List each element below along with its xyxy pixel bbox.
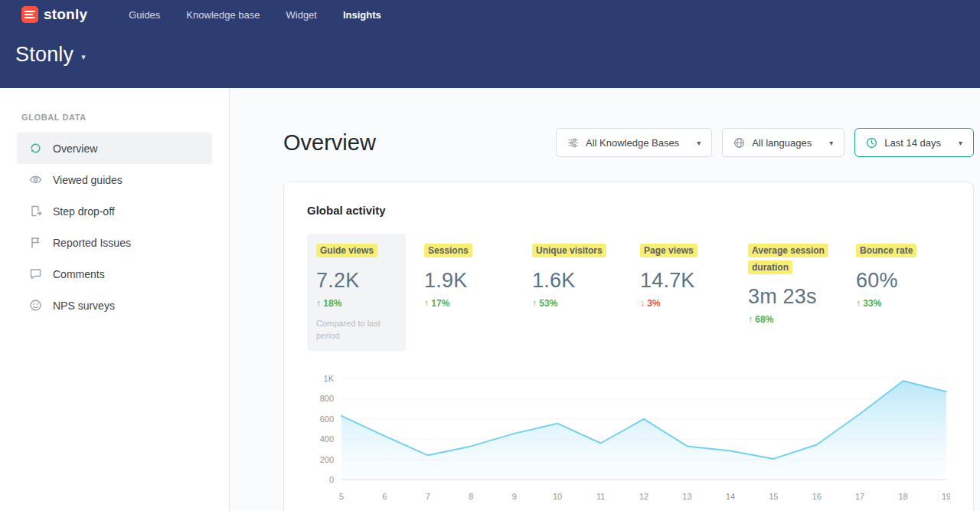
stat-note: Compared to last period	[316, 318, 397, 342]
stonly-logo-text: stonly	[44, 6, 87, 23]
step-dropoff-icon	[29, 205, 42, 218]
stat-label: Average session duration	[748, 244, 828, 274]
trend-arrow-icon: ↑	[532, 298, 537, 309]
date-range-filter-dropdown[interactable]: Last 14 days ▾	[854, 128, 974, 157]
stat-value: 3m 23s	[748, 285, 828, 309]
activity-area-chart: 02004006008001K5678910111213141516171819	[307, 371, 950, 509]
workspace-row: Stonly ▾	[0, 29, 980, 67]
stonly-logo-icon	[21, 6, 38, 23]
svg-text:18: 18	[898, 492, 907, 501]
svg-text:17: 17	[855, 492, 864, 501]
workspace-dropdown-caret[interactable]: ▾	[81, 47, 86, 62]
stat-change: ↓ 3%	[640, 298, 720, 309]
globe-icon	[733, 137, 745, 149]
svg-text:14: 14	[726, 492, 735, 501]
date-range-filter-value: Last 14 days	[884, 137, 941, 149]
sidebar-item-label: NPS surveys	[53, 300, 115, 312]
filter-icon	[567, 137, 579, 149]
stat-value: 60%	[856, 269, 936, 293]
sidebar-item-overview[interactable]: Overview	[17, 133, 212, 164]
chevron-down-icon: ▾	[829, 139, 833, 147]
eye-icon	[29, 173, 42, 186]
language-filter-dropdown[interactable]: All languages ▾	[722, 128, 844, 157]
smiley-icon	[29, 299, 42, 312]
sidebar-item-label: Reported Issues	[53, 237, 131, 249]
knowledge-base-filter-dropdown[interactable]: All Knowledge Bases ▾	[556, 128, 712, 157]
nav-item-widget[interactable]: Widget	[286, 9, 317, 21]
sidebar-item-viewed-guides[interactable]: Viewed guides	[17, 164, 212, 195]
primary-nav-row: stonly Guides Knowledge base Widget Insi…	[0, 0, 980, 29]
sidebar: GLOBAL DATA Overview Viewed guides Step …	[0, 88, 230, 511]
stonly-logo[interactable]: stonly	[21, 6, 87, 23]
stat-label: Page views	[640, 244, 697, 257]
svg-text:1K: 1K	[324, 374, 335, 383]
svg-text:8: 8	[469, 492, 473, 501]
trend-arrow-icon: ↑	[316, 298, 321, 309]
stat-label: Unique visitors	[532, 244, 606, 257]
main-nav: Guides Knowledge base Widget Insights	[129, 9, 381, 21]
sidebar-item-step-drop-off[interactable]: Step drop-off	[17, 195, 212, 227]
chevron-down-icon: ▾	[959, 139, 962, 147]
stat-sessions[interactable]: Sessions 1.9K ↑ 17%	[415, 234, 514, 351]
stat-change: ↑ 17%	[424, 298, 505, 309]
stat-label: Bounce rate	[856, 244, 916, 257]
stat-change: ↑ 53%	[532, 298, 612, 309]
stats-row: Guide views 7.2K ↑ 18% Compared to last …	[307, 234, 950, 351]
svg-text:13: 13	[682, 492, 691, 501]
clock-icon	[866, 137, 877, 149]
main-content: Overview All Knowledge Bases ▾ All langu…	[230, 88, 980, 511]
stat-guide-views[interactable]: Guide views 7.2K ↑ 18% Compared to last …	[307, 234, 406, 351]
svg-text:800: 800	[320, 395, 334, 404]
sidebar-item-label: Viewed guides	[53, 174, 122, 186]
stat-page-views[interactable]: Page views 14.7K ↓ 3%	[631, 234, 730, 351]
svg-text:7: 7	[426, 492, 430, 501]
page-title: Overview	[283, 130, 376, 156]
stat-unique-visitors[interactable]: Unique visitors 1.6K ↑ 53%	[523, 234, 622, 351]
comment-icon	[29, 267, 42, 280]
sidebar-item-reported-issues[interactable]: Reported Issues	[17, 227, 212, 258]
stat-change: ↑ 18%	[316, 298, 397, 309]
stat-value: 1.9K	[424, 269, 505, 293]
stat-value: 7.2K	[316, 269, 397, 293]
top-navbar: stonly Guides Knowledge base Widget Insi…	[0, 0, 980, 88]
svg-text:11: 11	[596, 492, 605, 501]
svg-text:200: 200	[320, 455, 334, 464]
sidebar-item-label: Step drop-off	[53, 205, 115, 218]
card-title: Global activity	[307, 204, 950, 217]
svg-text:19: 19	[942, 492, 950, 501]
flag-icon	[29, 236, 42, 249]
svg-text:600: 600	[320, 414, 334, 424]
knowledge-base-filter-value: All Knowledge Bases	[586, 137, 679, 149]
workspace-title: Stonly	[15, 43, 74, 67]
svg-text:6: 6	[382, 492, 387, 501]
stat-value: 1.6K	[532, 269, 612, 293]
sidebar-item-label: Comments	[53, 268, 105, 280]
sidebar-item-comments[interactable]: Comments	[17, 258, 212, 290]
nav-item-guides[interactable]: Guides	[129, 9, 160, 21]
trend-arrow-icon: ↑	[856, 298, 861, 309]
svg-text:0: 0	[329, 475, 334, 484]
sidebar-item-nps-surveys[interactable]: NPS surveys	[17, 290, 212, 321]
trend-arrow-icon: ↑	[748, 314, 753, 325]
nav-item-insights[interactable]: Insights	[343, 9, 381, 21]
svg-text:12: 12	[639, 492, 648, 501]
stat-label: Sessions	[424, 244, 472, 257]
stat-bounce-rate[interactable]: Bounce rate 60% ↑ 33%	[847, 234, 946, 351]
stat-average-session-duration[interactable]: Average session duration 3m 23s ↑ 68%	[739, 234, 838, 351]
svg-text:15: 15	[769, 492, 778, 501]
sidebar-item-label: Overview	[53, 142, 97, 155]
svg-text:10: 10	[553, 492, 562, 501]
chevron-down-icon: ▾	[697, 139, 701, 147]
stat-change: ↑ 33%	[856, 298, 936, 309]
stat-value: 14.7K	[640, 269, 720, 293]
global-activity-card: Global activity Guide views 7.2K ↑ 18% C…	[283, 182, 974, 511]
svg-text:9: 9	[512, 492, 517, 501]
sidebar-section-label: GLOBAL DATA	[0, 113, 229, 133]
nav-item-knowledge-base[interactable]: Knowledge base	[186, 9, 260, 21]
language-filter-value: All languages	[752, 137, 812, 149]
svg-text:400: 400	[320, 435, 334, 444]
svg-text:16: 16	[812, 492, 822, 501]
stat-change: ↑ 68%	[748, 314, 828, 325]
stat-label: Guide views	[316, 244, 377, 257]
overview-icon	[29, 142, 42, 155]
